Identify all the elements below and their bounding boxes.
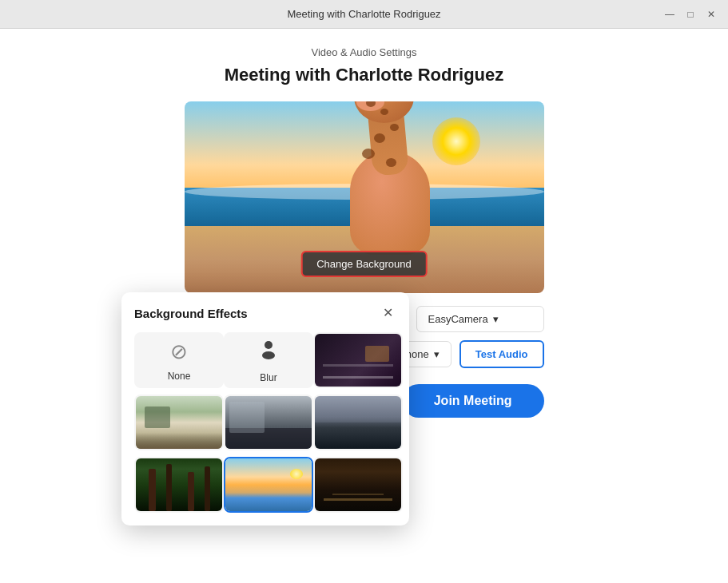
camera-dropdown[interactable]: EasyCamera ▾: [416, 306, 544, 332]
blur-icon: [257, 338, 280, 366]
panel-header: Background Effects ✕: [134, 305, 396, 321]
camera-chevron: ▾: [493, 313, 499, 325]
living-preview: [136, 396, 222, 449]
bg-office2-item[interactable]: [313, 395, 403, 450]
bg-modern-item[interactable]: [224, 395, 313, 450]
office-dark-preview: [315, 334, 401, 387]
modern-preview: [225, 396, 312, 449]
office2-preview: [315, 396, 401, 449]
bg-none-item[interactable]: ⊘ None: [134, 332, 224, 388]
maximize-button[interactable]: □: [683, 7, 698, 22]
bg-auditorium-item[interactable]: [313, 457, 403, 513]
beach-preview: [225, 458, 312, 511]
meeting-title: Meeting with Charlotte Rodriguez: [225, 65, 504, 85]
test-audio-button[interactable]: Test Audio: [459, 340, 544, 368]
camera-label: EasyCamera: [428, 313, 488, 325]
bg-blur-item[interactable]: Blur: [224, 332, 313, 388]
window-title: Meeting with Charlotte Rodriguez: [287, 8, 440, 20]
minimize-button[interactable]: —: [662, 7, 677, 22]
giraffe-avatar: [326, 111, 454, 255]
subtitle: Video & Audio Settings: [311, 46, 416, 58]
main-content: Video & Audio Settings Meeting with Char…: [0, 29, 728, 583]
change-background-button[interactable]: Change Background: [300, 251, 428, 277]
none-label: None: [168, 371, 191, 382]
panel-title: Background Effects: [134, 307, 248, 320]
window-controls: — □ ✕: [662, 7, 718, 22]
titlebar: Meeting with Charlotte Rodriguez — □ ✕: [0, 0, 728, 29]
bg-office-dark-item[interactable]: [313, 332, 403, 388]
background-grid: ⊘ None Blur: [134, 332, 396, 513]
forest-preview: [136, 458, 222, 511]
bg-forest-item[interactable]: [134, 457, 224, 513]
auditorium-preview: [315, 458, 401, 511]
bg-beach-item[interactable]: [224, 457, 313, 513]
bg-living-item[interactable]: [134, 395, 224, 450]
svg-point-0: [265, 341, 273, 349]
svg-point-1: [262, 351, 275, 359]
blur-label: Blur: [260, 372, 276, 383]
video-preview-area: Change Background: [185, 101, 544, 293]
none-icon: ⊘: [170, 339, 188, 364]
microphone-chevron: ▾: [434, 348, 440, 360]
panel-close-button[interactable]: ✕: [380, 305, 396, 321]
close-button[interactable]: ✕: [704, 7, 718, 22]
background-effects-panel: Background Effects ✕ ⊘ None Blur: [121, 292, 409, 525]
join-meeting-button[interactable]: Join Meeting: [402, 384, 544, 418]
